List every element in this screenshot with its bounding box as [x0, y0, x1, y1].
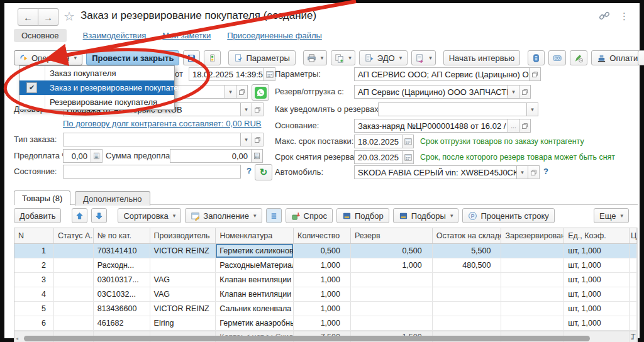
car-input[interactable]: SKODA FABIA СЕРЫЙ vin: XW8ED45J0CK555112… [354, 165, 517, 179]
table-row[interactable]: 1 703141410 VICTOR REINZ Герметик силико… [14, 244, 637, 258]
combo-caret-icon[interactable]: ▾ [225, 85, 236, 99]
table-row[interactable]: 6 461682 Elring Герметик анаэробный 1,00… [14, 316, 637, 331]
cell-nomenclature-focused[interactable]: Герметик силиконов... [216, 244, 294, 258]
combo-caret-icon[interactable]: ▾ [241, 102, 252, 116]
tab-interactions[interactable]: Взаимодействия [83, 31, 147, 40]
contract-debt-link[interactable]: По договору долг контрагента составляет:… [63, 119, 262, 128]
notify-input[interactable] [378, 102, 527, 116]
whatsapp-button[interactable] [252, 84, 269, 101]
tab-additional[interactable]: Дополнительно [75, 191, 150, 206]
calendar-icon[interactable] [402, 135, 414, 148]
open-item-icon[interactable] [252, 102, 264, 116]
forward-button[interactable]: → [38, 8, 58, 26]
parameters-button[interactable]: Параметры [228, 50, 295, 65]
cell-reserved [501, 273, 564, 287]
car-help-icon[interactable]: ? [543, 167, 548, 176]
combo-caret-icon[interactable]: ▾ [241, 133, 252, 146]
order-type-input[interactable] [63, 133, 241, 146]
get-link-icon[interactable] [599, 10, 610, 21]
operation-button[interactable]: Операция ▾ [14, 50, 82, 65]
open-item-icon[interactable] [519, 119, 531, 133]
tab-goods[interactable]: Товары (8) [14, 190, 70, 205]
prepayment-input[interactable]: 0,00 [63, 149, 91, 163]
cell-stock: 480,500 [433, 258, 502, 272]
move-up-button[interactable] [72, 208, 87, 223]
move-down-button[interactable] [91, 208, 107, 223]
date-from-label: от [175, 67, 183, 81]
parameters-input[interactable]: АП СЕРВИС ООО; АП Сервис (Царицыно) ООО;… [354, 67, 530, 81]
favorite-star-icon[interactable]: ☆ [64, 9, 75, 24]
menu-item-customer-order[interactable]: Заказ покупателя [19, 66, 174, 80]
more-menu-icon[interactable]: ⋮ [619, 11, 629, 22]
col-header-qty[interactable]: Количество [294, 228, 351, 243]
basis-input[interactable]: Заказ-наряд №ЦР000001488 от 16.02 / В ра… [354, 119, 508, 133]
start-interview-button[interactable]: Начать интервью [443, 50, 521, 65]
combo-caret-icon[interactable]: ▾ [517, 165, 528, 179]
calendar-icon[interactable] [264, 67, 275, 81]
state-refresh-button[interactable]: ↻ [255, 164, 272, 180]
reserve-release-input[interactable]: 20.03.2025 [354, 150, 402, 164]
post-document-button[interactable] [204, 50, 221, 65]
col-header-manufacturer[interactable]: Производитель [150, 228, 216, 243]
tab-attached-files[interactable]: Присоединенные файлы [227, 31, 322, 40]
scroll-right-icon[interactable]: ▸ [631, 336, 634, 341]
date-input[interactable]: 18.02.2025 14:39:5 [189, 67, 264, 81]
save-button[interactable] [183, 50, 200, 65]
tab-main[interactable]: Основное [14, 29, 67, 42]
fill-button[interactable]: Заполнение ▾ [185, 208, 262, 223]
combo-caret-icon[interactable]: ▾ [527, 102, 538, 116]
col-header-clipped[interactable]: Ц [630, 228, 637, 243]
col-header-n[interactable]: N [14, 228, 54, 243]
prepayment-sum-input[interactable]: 0,00 [170, 149, 252, 163]
col-header-status[interactable]: Статус А... [54, 228, 94, 243]
sign-schedule-button[interactable] [570, 50, 587, 65]
pay-button[interactable]: Оплатить [591, 50, 644, 65]
add-row-button[interactable]: Добавить [14, 208, 61, 223]
table-row[interactable]: 5 813436600 VICTOR REINZ Сальник коленва… [14, 302, 637, 316]
state-input[interactable] [63, 165, 241, 179]
combo-caret-icon[interactable]: ▾ [508, 85, 519, 99]
choose-ellipsis-button[interactable]: ... [508, 119, 519, 133]
list-button[interactable] [528, 50, 545, 65]
calculator-icon[interactable] [91, 149, 103, 163]
copy-create-button[interactable]: ▾ [331, 50, 355, 65]
back-button[interactable]: ← [18, 8, 38, 26]
clipped-toolbar-button[interactable] [638, 50, 644, 65]
max-delivery-input[interactable]: 18.02.2025 [354, 135, 402, 148]
scroll-left-icon[interactable]: ◂ [16, 336, 18, 341]
col-header-unit[interactable]: Ед., Коэф. [564, 228, 630, 243]
edo-button[interactable]: ЭДО ▾ [359, 50, 408, 65]
sort-button[interactable]: Сортировка ▾ [118, 208, 181, 223]
goods-more-button[interactable]: Еще ▾ [594, 208, 629, 223]
menu-item-customer-reservation[interactable]: Резервирование покупателя [19, 95, 174, 109]
open-item-icon[interactable] [530, 67, 541, 81]
col-header-reserved[interactable]: Зарезервировано [501, 228, 564, 243]
open-item-icon[interactable] [236, 85, 248, 99]
open-item-icon[interactable] [252, 133, 264, 146]
pick-button[interactable]: Подбор [336, 208, 389, 223]
print-button[interactable]: ▾ [303, 50, 328, 65]
demand-button[interactable]: Спрос [286, 208, 333, 223]
price-row-button[interactable]: P Проценить строку [462, 208, 554, 223]
col-header-stock[interactable]: Остаток на складе [433, 228, 502, 243]
calendar-icon[interactable] [402, 150, 414, 164]
horizontal-scrollbar-thumb[interactable] [24, 336, 590, 341]
reserve-from-input[interactable]: АП Сервис (Царицино) ООО ЗАПЧАСТИ [354, 85, 508, 99]
state-help-icon[interactable]: ? [247, 166, 252, 175]
post-and-close-button[interactable]: Провести и закрыть [86, 50, 179, 65]
calculator-icon[interactable] [252, 149, 263, 163]
open-item-icon[interactable] [519, 85, 531, 99]
col-header-nomenclature[interactable]: Номенклатура [216, 228, 294, 243]
table-row[interactable]: 3 03010317... VAG Клапан вентиляции к...… [14, 273, 637, 287]
picks-button[interactable]: Подборы ▾ [393, 208, 459, 223]
table-row[interactable]: 2 Расходн... РасходныеМатериалы 1,000 1,… [14, 258, 637, 273]
col-header-reserve[interactable]: Резерв [351, 228, 433, 243]
menu-item-order-and-reservation[interactable]: ✔ Заказ и резервирование покупателя [19, 80, 174, 95]
open-item-icon[interactable] [528, 165, 540, 179]
col-header-cat[interactable]: № по кат. [94, 228, 150, 243]
tab-my-notes[interactable]: Мои заметки [162, 31, 211, 40]
row-view-toggle-button[interactable] [266, 208, 282, 223]
table-row[interactable]: 4 03C1032... VAG Клапан вентиляции к... … [14, 287, 637, 302]
create-based-on-button[interactable]: ▾ [411, 50, 436, 65]
discount-card-button[interactable] [548, 50, 566, 65]
